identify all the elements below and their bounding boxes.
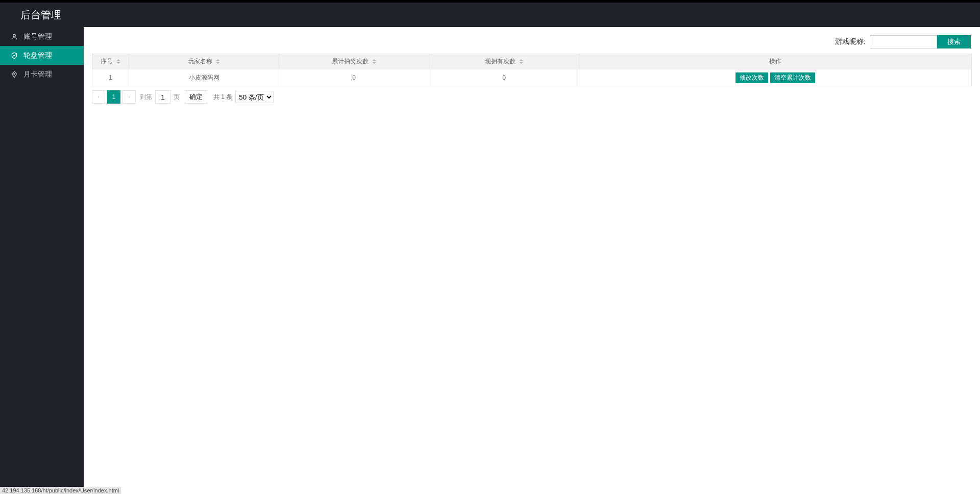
diamond-icon xyxy=(10,70,18,79)
svg-point-0 xyxy=(13,34,16,37)
goto-prefix: 到第 xyxy=(140,93,152,102)
user-icon xyxy=(10,33,18,41)
column-header-name[interactable]: 玩家名称 xyxy=(129,54,279,69)
column-label: 序号 xyxy=(101,58,113,65)
column-header-draws[interactable]: 累计抽奖次数 xyxy=(279,54,429,69)
page-next-button[interactable] xyxy=(122,90,136,104)
page-prev-button[interactable] xyxy=(92,90,105,104)
sort-icon[interactable] xyxy=(116,59,120,64)
sidebar-item-label: 月卡管理 xyxy=(23,70,52,79)
sidebar-item-label: 账号管理 xyxy=(23,32,52,41)
page-goto-input[interactable] xyxy=(155,90,170,104)
column-header-actions: 操作 xyxy=(579,54,971,69)
column-label: 现拥有次数 xyxy=(485,58,516,65)
cell-has: 0 xyxy=(429,69,579,86)
sort-icon[interactable] xyxy=(519,59,523,64)
pagination: 1 到第 页 确定 共 1 条 50 条/页 xyxy=(92,90,972,104)
sidebar-item-label: 轮盘管理 xyxy=(23,51,52,60)
shield-icon xyxy=(10,52,18,60)
table-row: 1小皮源码网00修改次数清空累计次数 xyxy=(92,69,971,86)
column-label: 累计抽奖次数 xyxy=(332,58,369,65)
data-table: 序号 玩家名称 累计抽奖次数 现拥有次数 xyxy=(92,54,972,86)
goto-suffix: 页 xyxy=(174,93,180,102)
svg-point-1 xyxy=(14,73,15,74)
search-button[interactable]: 搜索 xyxy=(937,35,971,48)
main-content: 游戏昵称: 搜索 序号 玩家名称 累计抽奖次数 xyxy=(84,27,980,494)
sidebar-item-wheel[interactable]: 轮盘管理 xyxy=(0,46,84,65)
column-header-has[interactable]: 现拥有次数 xyxy=(429,54,579,69)
page-size-select[interactable]: 50 条/页 xyxy=(235,91,274,103)
sort-icon[interactable] xyxy=(372,59,376,64)
edit-count-button[interactable]: 修改次数 xyxy=(736,72,768,83)
page-number[interactable]: 1 xyxy=(107,90,120,104)
cell-name: 小皮源码网 xyxy=(129,69,279,86)
sort-icon[interactable] xyxy=(216,59,220,64)
cell-draws: 0 xyxy=(279,69,429,86)
header: 后台管理 xyxy=(0,3,980,27)
column-header-seq[interactable]: 序号 xyxy=(92,54,129,69)
column-label: 玩家名称 xyxy=(188,58,212,65)
clear-count-button[interactable]: 清空累计次数 xyxy=(770,72,815,83)
search-label: 游戏昵称: xyxy=(835,37,866,46)
chevron-right-icon xyxy=(127,95,131,99)
column-label: 操作 xyxy=(769,58,781,65)
sidebar-item-account[interactable]: 账号管理 xyxy=(0,27,84,46)
chevron-left-icon xyxy=(96,95,101,99)
sidebar-item-monthcard[interactable]: 月卡管理 xyxy=(0,65,84,84)
sidebar: 账号管理 轮盘管理 月卡管理 xyxy=(0,27,84,494)
app-title: 后台管理 xyxy=(20,8,61,22)
search-input[interactable] xyxy=(870,35,937,48)
cell-actions: 修改次数清空累计次数 xyxy=(579,69,971,86)
search-bar: 游戏昵称: 搜索 xyxy=(92,35,972,48)
page-goto-confirm[interactable]: 确定 xyxy=(185,90,207,104)
status-bar-url: 42.194.135.168/ht/public/index/User/inde… xyxy=(0,487,121,494)
cell-seq: 1 xyxy=(92,69,129,86)
page-total: 共 1 条 xyxy=(213,93,232,102)
